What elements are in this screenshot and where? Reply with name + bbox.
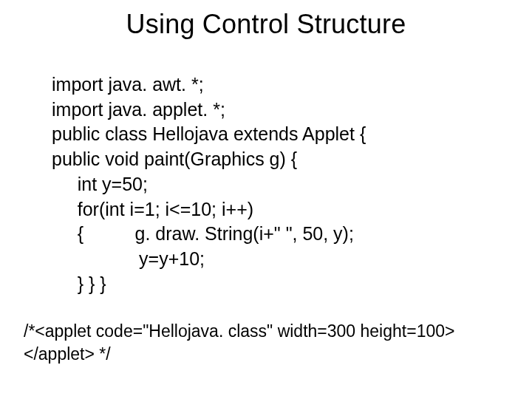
code-line: public void paint(Graphics g) { [52, 149, 297, 169]
code-line: import java. applet. *; [52, 99, 225, 120]
footer-line: </applet> */ [24, 344, 111, 364]
footer-line: /*<applet code="Hellojava. class" width=… [24, 321, 454, 341]
slide-title: Using Control Structure [15, 9, 517, 40]
code-line: for(int i=1; i<=10; i++) [52, 199, 253, 219]
code-line: int y=50; [52, 174, 148, 194]
code-line: } } } [52, 273, 106, 294]
code-line: public class Hellojava extends Applet { [52, 123, 366, 144]
code-line: { g. draw. String(i+" ", 50, y); [52, 223, 354, 244]
footer-block: /*<applet code="Hellojava. class" width=… [24, 297, 517, 366]
code-line: import java. awt. *; [52, 74, 204, 95]
code-line: y=y+10; [52, 248, 205, 269]
code-block: import java. awt. *; import java. applet… [52, 47, 517, 297]
slide: Using Control Structure import java. awt… [0, 0, 532, 399]
